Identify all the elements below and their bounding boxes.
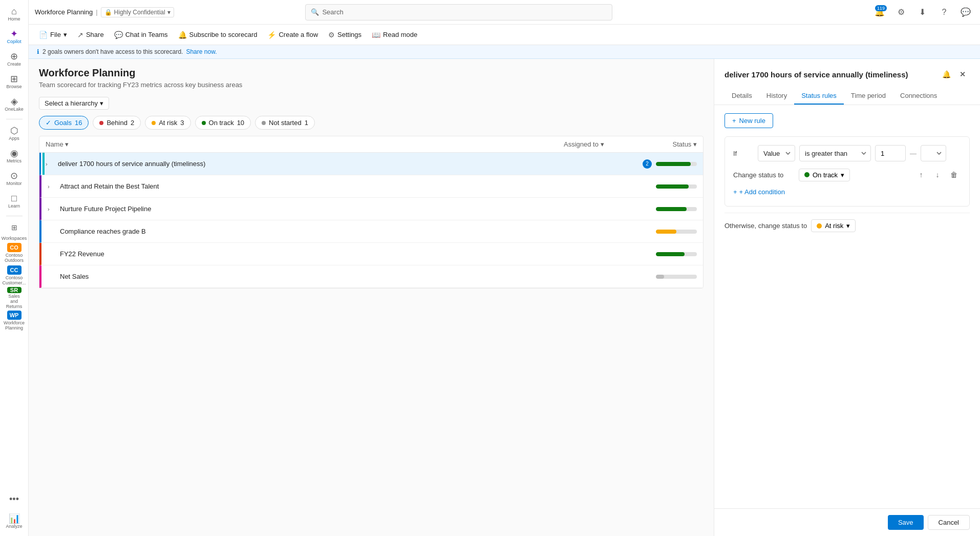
sidebar-item-sales-returns[interactable]: SR Sales andReturns [4, 288, 25, 308]
panel-bell-btn[interactable]: 🔔 [939, 67, 953, 81]
cancel-button[interactable]: Cancel [928, 515, 970, 530]
sidebar-item-contoso-outdoors[interactable]: CO ContosoOutdoors [4, 243, 25, 263]
table-row[interactable]: › deliver 1700 hours of service annually… [39, 153, 703, 175]
tab-details[interactable]: Details [725, 88, 759, 105]
feedback-btn[interactable]: 💬 [957, 4, 974, 20]
info-icon: ℹ [37, 48, 39, 55]
new-rule-label: New rule [739, 117, 765, 125]
read-mode-btn[interactable]: 📖 Read mode [368, 28, 421, 42]
expand-icon[interactable]: › [48, 206, 58, 212]
filter-ontrack[interactable]: On track 10 [195, 116, 251, 130]
sensitivity-badge[interactable]: 🔒 Highly Confidential ▾ [101, 7, 174, 17]
sidebar-item-workspaces[interactable]: ⊞ Workspaces [4, 220, 25, 241]
file-btn[interactable]: 📄 File ▾ [35, 28, 71, 42]
sidebar-item-monitor[interactable]: ⊙ Monitor [4, 169, 25, 189]
sidebar-item-metrics[interactable]: ◉ Metrics [4, 146, 25, 167]
subscribe-icon: 🔔 [178, 31, 187, 39]
chat-btn[interactable]: 💬 Chat in Teams [110, 28, 172, 42]
settings-btn[interactable]: ⚙ [893, 4, 909, 20]
rule-value-from[interactable] [875, 145, 906, 161]
table-row[interactable]: › Compliance reaches grade B [39, 220, 703, 243]
search-icon: 🔍 [311, 8, 319, 16]
filter-atrisk[interactable]: At risk 3 [145, 116, 190, 130]
sidebar-item-create[interactable]: ⊕ Create [4, 49, 25, 70]
help-icon: ? [942, 8, 947, 17]
rule-delete-btn[interactable]: 🗑 [947, 168, 961, 182]
download-btn[interactable]: ⬇ [914, 4, 931, 20]
notifications-btn[interactable]: 🔔 119 [871, 4, 888, 20]
rule-value-to-select[interactable] [921, 145, 946, 161]
tab-history[interactable]: History [759, 88, 794, 105]
sidebar-item-browse[interactable]: ⊞ Browse [4, 72, 25, 92]
expand-icon[interactable]: › [48, 183, 58, 190]
sidebar-item-more[interactable]: ••• [4, 489, 25, 509]
toolbar: 📄 File ▾ ↗ Share 💬 Chat in Teams 🔔 Subsc… [29, 25, 980, 45]
save-button[interactable]: Save [888, 515, 924, 530]
filter-notstarted[interactable]: Not started 1 [255, 116, 315, 130]
search-box[interactable]: 🔍 Search [305, 4, 612, 20]
rule-if-row: If Value is greater than is less than eq… [733, 145, 961, 161]
share-icon: ↗ [77, 31, 83, 39]
table-row[interactable]: › Attract and Retain the Best Talent [39, 175, 703, 198]
status-bar [656, 275, 697, 279]
filter-behind[interactable]: Behind 2 [93, 116, 141, 130]
atrisk-status-dropdown[interactable]: At risk ▾ [811, 219, 856, 232]
ontrack-status-text: On track [813, 171, 838, 179]
goals-check-icon: ✓ [46, 119, 51, 127]
expand-icon[interactable]: › [46, 161, 56, 167]
topbar-right: 🔔 119 ⚙ ⬇ ? 💬 [871, 4, 974, 20]
status-fill [656, 207, 687, 211]
sales-returns-icon: SR [7, 287, 22, 293]
new-rule-btn[interactable]: + New rule [725, 113, 773, 128]
table-row[interactable]: › Net Sales [39, 265, 703, 288]
sidebar-item-analyze[interactable]: 📊 Analyze [4, 511, 25, 532]
sidebar-item-apps[interactable]: ⬡ Apps [4, 123, 25, 144]
sidebar-item-onelake[interactable]: ◈ OneLake [4, 94, 25, 115]
notification-badge: 119 [875, 5, 887, 11]
status-sort-icon: ▾ [693, 140, 697, 148]
ontrack-status-dropdown[interactable]: On track ▾ [799, 169, 850, 181]
analyze-icon: 📊 [9, 514, 20, 523]
filter-behind-count: 2 [131, 119, 134, 127]
settings-icon: ⚙ [898, 7, 905, 17]
help-btn[interactable]: ? [936, 4, 952, 20]
sidebar-item-copilot[interactable]: ✦ Copilot [4, 27, 25, 47]
share-now-link[interactable]: Share now. [186, 48, 217, 55]
sidebar-item-workforce-planning[interactable]: WP WorkforcePlanning [4, 311, 25, 331]
rule-dash: — [910, 150, 917, 157]
goal-name: FY22 Revenue [58, 250, 656, 258]
rule-field-select[interactable]: Value [758, 145, 795, 161]
read-mode-icon: 📖 [372, 31, 380, 39]
share-btn[interactable]: ↗ Share [73, 28, 108, 42]
rule-up-btn[interactable]: ↑ [914, 168, 928, 182]
filter-bar: ✓ Goals 16 Behind 2 At risk 3 On track [39, 116, 704, 130]
tab-time-period[interactable]: Time period [844, 88, 893, 105]
add-condition-btn[interactable]: + + Add condition [733, 186, 785, 198]
comment-badge[interactable]: 2 [643, 159, 652, 169]
sidebar-item-home[interactable]: ⌂ Home [4, 4, 25, 25]
sidebar-item-learn[interactable]: □ Learn [4, 191, 25, 212]
tab-status-rules[interactable]: Status rules [794, 88, 844, 105]
table-row[interactable]: › FY22 Revenue [39, 243, 703, 265]
add-condition-icon: + [733, 188, 737, 196]
subscribe-btn[interactable]: 🔔 Subscribe to scorecard [174, 28, 262, 42]
hierarchy-btn[interactable]: Select a hierarchy ▾ [39, 97, 109, 110]
sidebar-divider [6, 119, 23, 119]
settings-toolbar-btn[interactable]: ⚙ Settings [324, 28, 366, 42]
main-area: Workforce Planning | 🔒 Highly Confidenti… [29, 0, 980, 536]
status-bar [656, 184, 697, 189]
tab-connections[interactable]: Connections [893, 88, 944, 105]
filter-goals[interactable]: ✓ Goals 16 [39, 116, 89, 130]
panel-close-btn[interactable]: ✕ [955, 67, 970, 81]
home-icon: ⌂ [11, 7, 17, 16]
feedback-icon: 💬 [961, 7, 971, 17]
topbar-title: Workforce Planning | 🔒 Highly Confidenti… [35, 7, 174, 17]
change-status-label: Change status to [733, 171, 795, 179]
rule-condition-select[interactable]: is greater than is less than equals [799, 145, 871, 161]
sidebar-item-contoso-customer[interactable]: CC ContosoCustomer... [4, 265, 25, 286]
table-row[interactable]: › Nurture Future Project Pipeline [39, 198, 703, 220]
goal-name: Nurture Future Project Pipeline [58, 205, 656, 213]
rule-down-btn[interactable]: ↓ [930, 168, 945, 182]
create-flow-btn[interactable]: ⚡ Create a flow [263, 28, 322, 42]
hierarchy-chevron: ▾ [100, 99, 103, 107]
